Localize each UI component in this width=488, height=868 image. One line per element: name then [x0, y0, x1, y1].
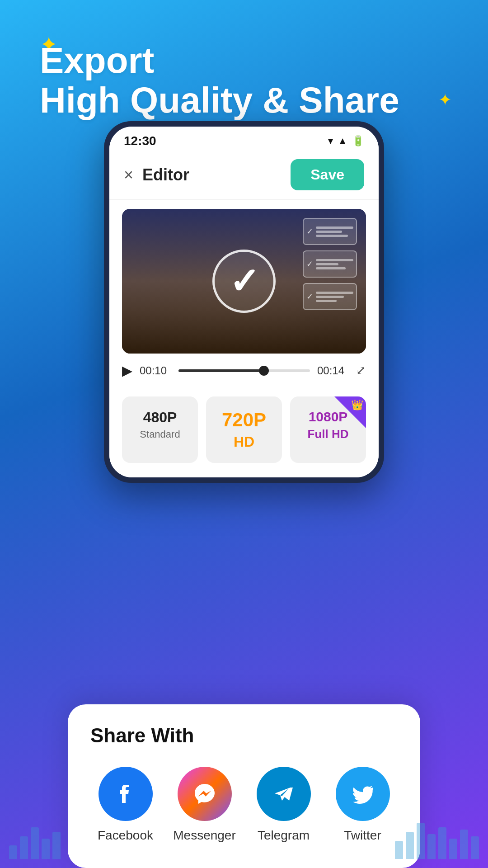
share-telegram[interactable]: Telegram [249, 767, 319, 843]
messenger-icon [178, 767, 232, 821]
hero-text: Export High Quality & Share [40, 41, 399, 120]
share-messenger[interactable]: Messenger [169, 767, 239, 843]
video-thumbnail: ✓ ✓ ✓ [122, 209, 366, 354]
share-title: Share With [90, 724, 398, 747]
app-header: × Editor Save [109, 152, 379, 200]
header-left: × Editor [124, 165, 189, 184]
progress-fill [178, 369, 264, 372]
signal-icon: ▲ [338, 135, 347, 147]
left-bar-decoration [0, 827, 70, 868]
telegram-icon [257, 767, 311, 821]
bottom-bar-decoration [386, 823, 488, 868]
current-time: 00:10 [140, 364, 171, 377]
status-time: 12:30 [124, 134, 156, 148]
telegram-label: Telegram [258, 828, 310, 843]
wifi-icon: ▾ [328, 135, 333, 147]
status-icons: ▾ ▲ 🔋 [328, 135, 364, 147]
quality-720p-label: 720P [222, 409, 266, 431]
share-facebook[interactable]: Facebook [90, 767, 160, 843]
hero-line2: High Quality & Share [40, 80, 399, 120]
doc-cards: ✓ ✓ [303, 218, 357, 310]
twitter-label: Twitter [344, 828, 381, 843]
progress-bar[interactable] [178, 369, 310, 372]
phone-inner: 12:30 ▾ ▲ 🔋 × Editor Save [109, 127, 379, 477]
phone-outer: 12:30 ▾ ▲ 🔋 × Editor Save [104, 121, 384, 483]
phone-mockup: 12:30 ▾ ▲ 🔋 × Editor Save [104, 121, 384, 483]
close-button[interactable]: × [124, 167, 133, 183]
play-button[interactable]: ▶ [122, 363, 132, 378]
progress-thumb[interactable] [259, 366, 269, 376]
facebook-label: Facebook [98, 828, 153, 843]
messenger-label: Messenger [173, 828, 236, 843]
video-visual: ✓ ✓ ✓ [122, 209, 366, 354]
playback-controls: ▶ 00:10 00:14 ⤢ [109, 354, 379, 387]
quality-480p-sub: Standard [140, 429, 180, 440]
total-time: 00:14 [317, 364, 349, 377]
quality-options: 480P Standard 720P HD 👑 1080P Full HD [109, 387, 379, 477]
share-panel: Share With Facebook Messenger [68, 704, 420, 868]
save-button[interactable]: Save [291, 159, 364, 190]
quality-720p-sub: HD [234, 434, 254, 450]
doc-card-1: ✓ [303, 218, 357, 245]
fullscreen-button[interactable]: ⤢ [356, 363, 366, 377]
hero-line1: Export [40, 41, 399, 80]
facebook-icon [99, 767, 153, 821]
quality-720p[interactable]: 720P HD [206, 396, 282, 463]
quality-1080p-sub: Full HD [308, 427, 349, 441]
quality-480p[interactable]: 480P Standard [122, 396, 198, 463]
quality-480p-label: 480P [143, 409, 177, 426]
doc-card-2: ✓ [303, 250, 357, 278]
editor-title: Editor [142, 165, 189, 184]
quality-1080p[interactable]: 👑 1080P Full HD [290, 396, 366, 463]
status-bar: 12:30 ▾ ▲ 🔋 [109, 127, 379, 152]
crown-icon: 👑 [351, 399, 363, 411]
battery-icon: 🔋 [352, 135, 364, 147]
twitter-icon [336, 767, 390, 821]
sparkle-icon-2: ✦ [438, 90, 452, 109]
doc-card-3: ✓ [303, 283, 357, 310]
share-apps: Facebook Messenger Telegram [90, 767, 398, 843]
